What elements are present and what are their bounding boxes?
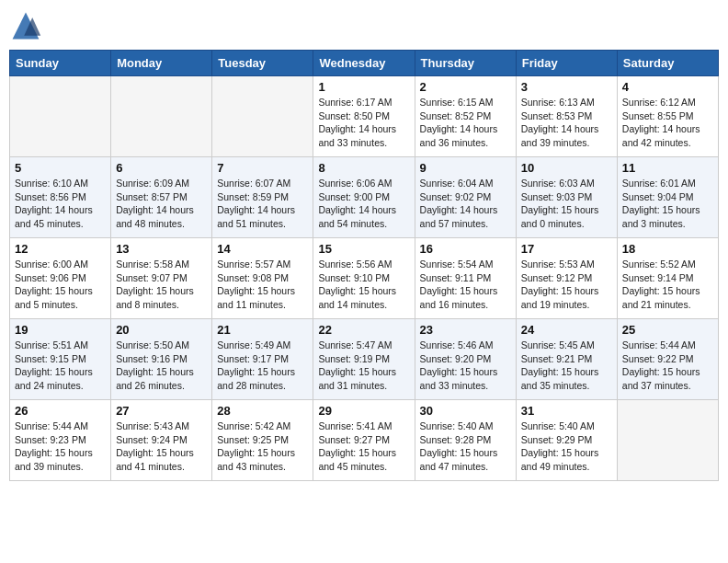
calendar-week-row-4: 26Sunrise: 5:44 AMSunset: 9:23 PMDayligh…	[10, 400, 719, 481]
day-number: 17	[521, 242, 612, 256]
calendar-cell-29: 29Sunrise: 5:41 AMSunset: 9:27 PMDayligh…	[313, 400, 415, 481]
calendar-cell-27: 27Sunrise: 5:43 AMSunset: 9:24 PMDayligh…	[111, 400, 212, 481]
calendar-header-saturday: Saturday	[617, 51, 718, 76]
cell-info: Sunrise: 5:56 AMSunset: 9:10 PMDaylight:…	[318, 258, 409, 312]
calendar-table: SundayMondayTuesdayWednesdayThursdayFrid…	[9, 50, 719, 481]
day-number: 8	[318, 161, 409, 175]
cell-info: Sunrise: 5:44 AMSunset: 9:23 PMDaylight:…	[15, 419, 106, 474]
day-number: 22	[318, 323, 409, 337]
day-number: 28	[217, 404, 308, 418]
day-number: 27	[116, 404, 207, 418]
calendar-cell-empty-0	[10, 76, 111, 157]
cell-info: Sunrise: 5:52 AMSunset: 9:14 PMDaylight:…	[622, 258, 713, 312]
cell-info: Sunrise: 6:07 AMSunset: 8:59 PMDaylight:…	[217, 177, 308, 231]
calendar-week-row-0: 1Sunrise: 6:17 AMSunset: 8:50 PMDaylight…	[10, 76, 719, 157]
day-number: 30	[420, 404, 511, 418]
calendar-cell-9: 9Sunrise: 6:04 AMSunset: 9:02 PMDaylight…	[415, 157, 516, 238]
calendar-cell-5: 5Sunrise: 6:10 AMSunset: 8:56 PMDaylight…	[10, 157, 111, 238]
calendar-cell-19: 19Sunrise: 5:51 AMSunset: 9:15 PMDayligh…	[10, 319, 111, 400]
day-number: 4	[622, 80, 713, 94]
calendar-week-row-1: 5Sunrise: 6:10 AMSunset: 8:56 PMDaylight…	[10, 157, 719, 238]
cell-info: Sunrise: 6:01 AMSunset: 9:04 PMDaylight:…	[622, 177, 713, 231]
calendar-cell-7: 7Sunrise: 6:07 AMSunset: 8:59 PMDaylight…	[212, 157, 313, 238]
cell-info: Sunrise: 6:00 AMSunset: 9:06 PMDaylight:…	[15, 258, 106, 312]
cell-info: Sunrise: 5:57 AMSunset: 9:08 PMDaylight:…	[217, 258, 308, 312]
calendar-header-monday: Monday	[111, 51, 212, 76]
cell-info: Sunrise: 6:13 AMSunset: 8:53 PMDaylight:…	[521, 96, 612, 150]
calendar-week-row-3: 19Sunrise: 5:51 AMSunset: 9:15 PMDayligh…	[10, 319, 719, 400]
calendar-cell-18: 18Sunrise: 5:52 AMSunset: 9:14 PMDayligh…	[617, 238, 718, 319]
cell-info: Sunrise: 5:47 AMSunset: 9:19 PMDaylight:…	[318, 339, 409, 393]
day-number: 20	[116, 323, 207, 337]
cell-info: Sunrise: 5:49 AMSunset: 9:17 PMDaylight:…	[217, 339, 308, 393]
calendar-cell-26: 26Sunrise: 5:44 AMSunset: 9:23 PMDayligh…	[10, 400, 111, 481]
day-number: 18	[622, 242, 713, 256]
calendar-cell-17: 17Sunrise: 5:53 AMSunset: 9:12 PMDayligh…	[516, 238, 617, 319]
calendar-cell-1: 1Sunrise: 6:17 AMSunset: 8:50 PMDaylight…	[313, 76, 415, 157]
calendar-cell-20: 20Sunrise: 5:50 AMSunset: 9:16 PMDayligh…	[111, 319, 212, 400]
calendar-cell-11: 11Sunrise: 6:01 AMSunset: 9:04 PMDayligh…	[617, 157, 718, 238]
day-number: 25	[622, 323, 713, 337]
calendar-cell-23: 23Sunrise: 5:46 AMSunset: 9:20 PMDayligh…	[415, 319, 516, 400]
day-number: 5	[15, 161, 106, 175]
day-number: 1	[318, 80, 409, 94]
cell-info: Sunrise: 5:44 AMSunset: 9:22 PMDaylight:…	[622, 339, 713, 393]
day-number: 7	[217, 161, 308, 175]
day-number: 23	[420, 323, 511, 337]
day-number: 16	[420, 242, 511, 256]
cell-info: Sunrise: 5:40 AMSunset: 9:29 PMDaylight:…	[521, 419, 612, 474]
calendar-cell-empty-2	[212, 76, 313, 157]
calendar-cell-2: 2Sunrise: 6:15 AMSunset: 8:52 PMDaylight…	[415, 76, 516, 157]
calendar-header-wednesday: Wednesday	[313, 51, 415, 76]
calendar-cell-22: 22Sunrise: 5:47 AMSunset: 9:19 PMDayligh…	[313, 319, 415, 400]
day-number: 9	[420, 161, 511, 175]
calendar-header-friday: Friday	[516, 51, 617, 76]
day-number: 29	[318, 404, 409, 418]
calendar-cell-15: 15Sunrise: 5:56 AMSunset: 9:10 PMDayligh…	[313, 238, 415, 319]
calendar-cell-31: 31Sunrise: 5:40 AMSunset: 9:29 PMDayligh…	[516, 400, 617, 481]
cell-info: Sunrise: 5:46 AMSunset: 9:20 PMDaylight:…	[420, 339, 511, 393]
day-number: 15	[318, 242, 409, 256]
cell-info: Sunrise: 5:50 AMSunset: 9:16 PMDaylight:…	[116, 339, 207, 393]
day-number: 13	[116, 242, 207, 256]
calendar-cell-8: 8Sunrise: 6:06 AMSunset: 9:00 PMDaylight…	[313, 157, 415, 238]
cell-info: Sunrise: 5:45 AMSunset: 9:21 PMDaylight:…	[521, 339, 612, 393]
calendar-cell-empty-6	[617, 400, 718, 481]
calendar-cell-13: 13Sunrise: 5:58 AMSunset: 9:07 PMDayligh…	[111, 238, 212, 319]
cell-info: Sunrise: 5:54 AMSunset: 9:11 PMDaylight:…	[420, 258, 511, 312]
day-number: 26	[15, 404, 106, 418]
calendar-header-row: SundayMondayTuesdayWednesdayThursdayFrid…	[10, 51, 719, 76]
cell-info: Sunrise: 5:53 AMSunset: 9:12 PMDaylight:…	[521, 258, 612, 312]
page-header	[9, 9, 719, 42]
cell-info: Sunrise: 5:42 AMSunset: 9:25 PMDaylight:…	[217, 419, 308, 474]
calendar-cell-10: 10Sunrise: 6:03 AMSunset: 9:03 PMDayligh…	[516, 157, 617, 238]
day-number: 14	[217, 242, 308, 256]
cell-info: Sunrise: 6:04 AMSunset: 9:02 PMDaylight:…	[420, 177, 511, 231]
calendar-cell-25: 25Sunrise: 5:44 AMSunset: 9:22 PMDayligh…	[617, 319, 718, 400]
calendar-header-tuesday: Tuesday	[212, 51, 313, 76]
day-number: 19	[15, 323, 106, 337]
day-number: 2	[420, 80, 511, 94]
calendar-cell-24: 24Sunrise: 5:45 AMSunset: 9:21 PMDayligh…	[516, 319, 617, 400]
cell-info: Sunrise: 6:10 AMSunset: 8:56 PMDaylight:…	[15, 177, 106, 231]
day-number: 11	[622, 161, 713, 175]
cell-info: Sunrise: 6:03 AMSunset: 9:03 PMDaylight:…	[521, 177, 612, 231]
day-number: 21	[217, 323, 308, 337]
logo	[9, 9, 46, 42]
calendar-cell-empty-1	[111, 76, 212, 157]
day-number: 31	[521, 404, 612, 418]
calendar-cell-12: 12Sunrise: 6:00 AMSunset: 9:06 PMDayligh…	[10, 238, 111, 319]
day-number: 3	[521, 80, 612, 94]
calendar-header-thursday: Thursday	[415, 51, 516, 76]
calendar-cell-21: 21Sunrise: 5:49 AMSunset: 9:17 PMDayligh…	[212, 319, 313, 400]
cell-info: Sunrise: 6:06 AMSunset: 9:00 PMDaylight:…	[318, 177, 409, 231]
day-number: 10	[521, 161, 612, 175]
cell-info: Sunrise: 6:09 AMSunset: 8:57 PMDaylight:…	[116, 177, 207, 231]
cell-info: Sunrise: 5:41 AMSunset: 9:27 PMDaylight:…	[318, 419, 409, 474]
cell-info: Sunrise: 5:51 AMSunset: 9:15 PMDaylight:…	[15, 339, 106, 393]
calendar-cell-28: 28Sunrise: 5:42 AMSunset: 9:25 PMDayligh…	[212, 400, 313, 481]
day-number: 12	[15, 242, 106, 256]
calendar-cell-3: 3Sunrise: 6:13 AMSunset: 8:53 PMDaylight…	[516, 76, 617, 157]
calendar-cell-30: 30Sunrise: 5:40 AMSunset: 9:28 PMDayligh…	[415, 400, 516, 481]
calendar-cell-4: 4Sunrise: 6:12 AMSunset: 8:55 PMDaylight…	[617, 76, 718, 157]
